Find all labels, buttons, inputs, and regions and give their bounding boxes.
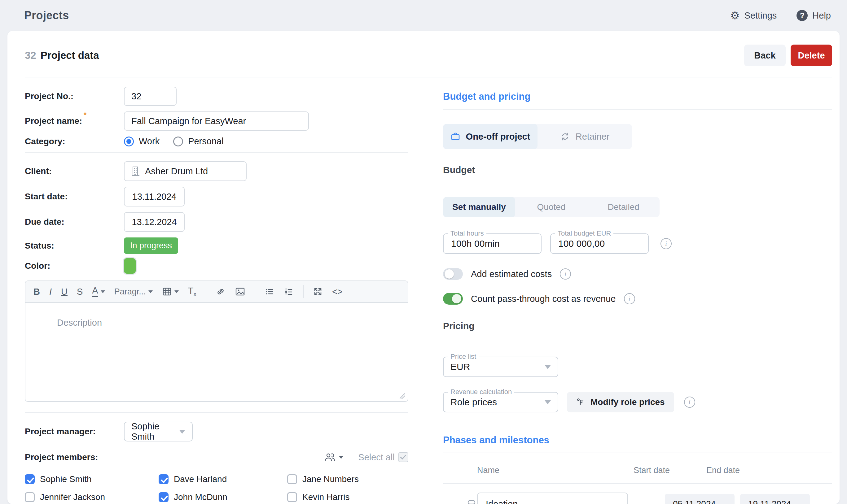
project-members-header: Project members: Select all <box>25 452 408 463</box>
status-badge[interactable]: In progress <box>124 237 178 254</box>
chevron-down-icon <box>101 290 105 293</box>
help-button[interactable]: ? Help <box>796 10 831 21</box>
total-hours-field[interactable]: Total hours <box>443 233 542 254</box>
select-all-control[interactable]: Select all <box>358 452 408 463</box>
member-checkbox-item[interactable]: Dave Harland <box>159 474 287 484</box>
toolbar-separator <box>255 285 255 298</box>
chevron-down-icon <box>545 400 551 404</box>
phases-col-end: End date <box>706 466 832 475</box>
link-button[interactable] <box>216 287 226 296</box>
editor-toolbar: B I U S A Paragr... Tx <box>25 281 408 303</box>
radio-personal[interactable] <box>173 137 183 146</box>
project-no-row: Project No.: <box>25 87 408 106</box>
source-code-button[interactable]: <> <box>332 287 343 297</box>
add-estimated-costs-toggle[interactable] <box>443 268 463 280</box>
bold-button[interactable]: B <box>33 287 40 297</box>
back-button[interactable]: Back <box>744 44 786 66</box>
delete-button[interactable]: Delete <box>791 44 832 66</box>
radio-work[interactable] <box>124 137 134 146</box>
status-row: Status: In progress <box>25 237 408 254</box>
phases-heading: Phases and milestones <box>443 435 832 446</box>
total-budget-input[interactable] <box>558 238 641 249</box>
checkbox[interactable] <box>287 474 297 484</box>
settings-button[interactable]: ⚙ Settings <box>730 10 777 21</box>
member-checkbox-item[interactable]: Sophie Smith <box>25 474 159 484</box>
members-group-button[interactable] <box>324 452 343 463</box>
info-icon[interactable]: i <box>660 238 672 249</box>
strikethrough-button[interactable]: S <box>77 287 83 297</box>
paragraph-format-dropdown[interactable]: Paragr... <box>114 287 153 296</box>
due-date-input[interactable]: 13.12.2024 <box>124 212 184 232</box>
modify-role-prices-button[interactable]: Modify role prices <box>567 392 674 412</box>
budget-heading: Budget <box>443 165 832 175</box>
checkbox[interactable] <box>25 474 35 484</box>
tab-quoted[interactable]: Quoted <box>515 197 587 217</box>
client-input[interactable]: Asher Drum Ltd <box>124 161 247 181</box>
color-swatch[interactable] <box>124 258 136 274</box>
text-color-button[interactable]: A <box>92 286 105 297</box>
project-type-tabs: One-off project Retainer <box>443 124 632 149</box>
member-checkbox-item[interactable]: Kevin Harris <box>287 492 408 502</box>
checkbox[interactable] <box>25 492 35 502</box>
underline-button[interactable]: U <box>61 287 68 297</box>
project-no-input[interactable] <box>124 87 177 106</box>
phase-start-date[interactable]: 05.11.2024 <box>665 494 735 504</box>
toolbar-separator <box>206 285 206 298</box>
divider <box>443 453 832 453</box>
info-icon[interactable]: i <box>560 268 571 280</box>
drag-handle-icon[interactable] <box>465 500 476 504</box>
select-all-label: Select all <box>358 452 395 463</box>
total-hours-input[interactable] <box>451 238 534 249</box>
info-icon[interactable]: i <box>684 397 695 408</box>
checkbox[interactable] <box>159 492 169 502</box>
project-name-input[interactable] <box>124 111 309 131</box>
project-manager-select[interactable]: Sophie Smith <box>124 422 193 442</box>
description-textarea[interactable] <box>25 303 408 401</box>
phase-row: 05.11.2024 19.11.2024 <box>443 492 832 504</box>
tab-detailed[interactable]: Detailed <box>587 197 659 217</box>
price-list-select[interactable]: Price list EUR <box>443 357 558 377</box>
revenue-calculation-select[interactable]: Revenue calculation Role prices <box>443 392 558 412</box>
fullscreen-button[interactable] <box>313 287 323 296</box>
project-manager-row: Project manager: Sophie Smith <box>25 422 408 442</box>
chevron-down-icon <box>179 430 185 434</box>
numbered-list-button[interactable] <box>284 287 294 296</box>
phases-table-header: Name Start date End date <box>443 466 832 484</box>
category-row: Category: Work Personal <box>25 136 408 146</box>
project-form: Project No.: Project name:• Category: Wo… <box>25 87 408 504</box>
project-data-card: 32 Project data Back Delete Project No.:… <box>7 31 840 504</box>
member-checkbox-item[interactable]: Jennifer Jackson <box>25 492 159 502</box>
tab-retainer[interactable]: Retainer <box>537 124 632 149</box>
bulleted-list-button[interactable] <box>265 287 275 296</box>
member-checkbox-item[interactable]: Jane Numbers <box>287 474 408 484</box>
pass-through-toggle[interactable] <box>443 293 463 305</box>
due-date-row: Due date: 13.12.2024 <box>25 212 408 232</box>
tab-one-off-project[interactable]: One-off project <box>443 124 537 149</box>
project-name-label: Project name:• <box>25 116 124 126</box>
checkbox[interactable] <box>159 474 169 484</box>
image-button[interactable] <box>235 287 245 296</box>
checkbox[interactable] <box>287 492 297 502</box>
start-date-input[interactable]: 13.11.2024 <box>124 187 184 206</box>
page-title: Project data <box>40 50 99 61</box>
italic-button[interactable]: I <box>49 287 52 297</box>
table-button[interactable] <box>162 287 179 296</box>
phase-end-date[interactable]: 19.11.2024 <box>740 494 810 504</box>
building-icon <box>131 166 140 176</box>
info-icon[interactable]: i <box>624 293 635 304</box>
clear-formatting-button[interactable]: Tx <box>188 286 196 298</box>
category-option-work[interactable]: Work <box>124 136 160 146</box>
tab-set-manually[interactable]: Set manually <box>443 197 515 217</box>
start-date-row: Start date: 13.11.2024 <box>25 187 408 206</box>
add-estimated-costs-row: Add estimated costs i <box>443 268 832 280</box>
phase-name-input[interactable] <box>477 492 628 504</box>
help-icon: ? <box>796 10 808 21</box>
project-members-label: Project members: <box>25 452 124 462</box>
category-option-personal[interactable]: Personal <box>173 136 223 146</box>
numbered-list-icon <box>284 287 294 296</box>
total-budget-field[interactable]: Total budget EUR <box>550 233 649 254</box>
resize-handle[interactable] <box>400 393 405 399</box>
category-label: Category: <box>25 137 124 146</box>
member-checkbox-item[interactable]: John McDunn <box>159 492 287 502</box>
select-all-checkbox[interactable] <box>399 452 408 462</box>
